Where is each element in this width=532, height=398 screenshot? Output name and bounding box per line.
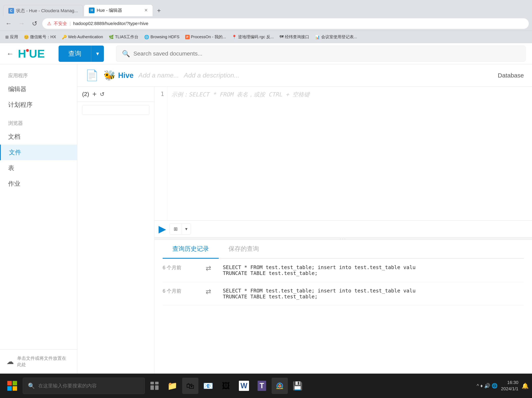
editor-name-placeholder[interactable]: Add a name... [139,72,179,79]
tab-editor-title: Hue - 编辑器 [96,7,142,13]
doc-search-input[interactable] [82,105,149,115]
tab-editor[interactable]: H Hue - 编辑器 ✕ [84,5,153,16]
tab-editor-close[interactable]: ✕ [144,8,148,13]
history-row: 6 个月前 ⇄ SELECT * FROM test.test_table; i… [163,259,524,282]
doc-refresh-button[interactable]: ↺ [100,91,104,98]
sidebar-item-jobs[interactable]: 作业 [0,176,77,192]
file-button[interactable]: 📄 [85,69,99,82]
taskbar-icon-word[interactable]: W [236,378,252,394]
bookmark-hdfs[interactable]: 🌐 Browsing HDFS [142,34,181,40]
hive-label: Hive [118,71,133,80]
sidebar-section-apps: 应用程序 [0,71,77,81]
sidebar-item-scheduler[interactable]: 计划程序 [0,97,77,113]
query-main-button[interactable]: 查询 [58,45,91,62]
tab-query-history[interactable]: 查询历史记录 [163,240,219,259]
hue-logo-dot [26,49,29,52]
bookmark-tlias-label: TLIAS工作台 [115,34,139,40]
bookmark-rgc[interactable]: 📍 逆地理编码 rgc 反... [230,33,276,40]
bookmark-wechat-icon: 😊 [24,35,29,39]
tab-saved-queries[interactable]: 保存的查询 [219,240,269,259]
sidebar-item-tables[interactable]: 表 [0,160,77,176]
bookmark-processon[interactable]: P ProcessOn - 我的... [183,33,228,40]
run-button[interactable]: ▶ [158,224,166,234]
bookmark-meeting[interactable]: 📊 会议室使用登记表... [313,33,359,40]
sidebar-item-docs[interactable]: 文档 [0,129,77,145]
bookmark-hdfs-icon: 🌐 [144,35,149,39]
hue-logo-h: H [18,48,26,59]
history-time-2: 6 个月前 [163,288,199,294]
sidebar-section-browser: 浏览器 [0,118,77,129]
bookmark-map[interactable]: 🗺 经纬查询接口 [278,33,311,40]
app-back-button[interactable]: ← [6,49,14,58]
nav-reload-button[interactable]: ↺ [29,18,40,29]
hive-badge: 🐝 Hive [103,70,133,81]
bookmark-processon-icon: P [185,35,190,39]
history-row-2: 6 个月前 ⇄ SELECT * FROM test.test_table; i… [163,282,524,305]
taskbar-search-icon: 🔍 [28,383,35,389]
taskbar-icon-drive[interactable]: 💾 [290,378,306,394]
taskbar-search-input[interactable] [38,383,140,389]
taskbar-icon-chrome[interactable] [272,378,288,394]
history-sync-icon-2: ⇄ [206,288,216,295]
bookmark-meeting-icon: 📊 [315,35,320,39]
editor-desc-placeholder[interactable]: Add a description... [184,72,240,79]
bookmark-apps-icon: ⊞ [5,35,9,39]
taskbar-icon-photos[interactable]: 🖼 [218,378,234,394]
new-tab-button[interactable]: + [154,5,164,16]
tab-status-favicon: C [8,8,14,14]
svg-rect-4 [150,382,154,384]
nav-forward-button[interactable]: → [16,18,27,29]
cloud-icon: ☁ [6,357,14,366]
format-arrow-button[interactable]: ▾ [182,224,191,234]
taskbar-search[interactable]: 🔍 [23,378,145,394]
taskbar-icon-mail[interactable]: 📧 [200,378,216,394]
address-separator: | [70,21,71,26]
task-view-button[interactable] [146,378,163,394]
bookmark-map-icon: 🗺 [279,35,284,39]
tab-status[interactable]: C 状态 - Hue - Cloudera Manag... [3,5,83,16]
history-sync-icon-1: ⇄ [206,264,216,272]
address-input[interactable] [73,21,524,26]
bookmark-wechat[interactable]: 😊 微信账号：HX [22,33,58,40]
sidebar-item-files[interactable]: 文件 [0,145,77,160]
svg-rect-6 [150,385,154,390]
format-button[interactable]: ⊞ [170,224,182,234]
svg-rect-7 [155,385,158,390]
sidebar-item-editor[interactable]: 编辑器 [0,81,77,97]
taskbar-icon-store[interactable]: 🛍 [182,378,198,394]
taskbar-icon-explorer[interactable]: 📁 [164,378,181,394]
bookmark-hdfs-label: Browsing HDFS [150,35,179,39]
history-sql-1: SELECT * FROM test.test_table; insert in… [223,264,524,276]
search-input[interactable] [133,51,519,57]
system-tray-icons: ^ ♦ 🔊 🌐 [477,383,498,389]
bookmark-processon-label: ProcessOn - 我的... [191,34,226,40]
nav-back-button[interactable]: ← [3,18,14,29]
security-icon: ⚠ [47,21,51,26]
bookmark-tlias[interactable]: 🌿 TLIAS工作台 [107,33,141,40]
doc-list-panel: (2) + ↺ [77,87,154,374]
bookmark-apps[interactable]: ⊞ 应用 [3,33,20,40]
doc-count: (2) [82,91,89,97]
doc-add-button[interactable]: + [92,90,96,98]
bookmark-meeting-label: 会议室使用登记表... [321,34,357,40]
bookmark-webauth[interactable]: 🔑 Web Authentication [60,34,105,40]
bookmark-webauth-icon: 🔑 [62,35,67,39]
bookmark-tlias-icon: 🌿 [109,35,114,39]
cloud-drop-text: 单击文件或将文件放置在此处 [17,355,70,368]
notification-button[interactable]: 🔔 [522,383,529,389]
sql-editor: 1 示例：SELECT * FROM 表名，或按 CTRL + 空格键 ▶ ⊞ … [154,87,532,374]
bookmark-map-label: 经纬查询接口 [285,34,309,40]
hive-icon: 🐝 [103,70,116,81]
bookmark-wechat-label: 微信账号：HX [30,34,56,40]
taskbar-icon-t[interactable]: T [254,378,270,394]
sql-placeholder: 示例：SELECT * FROM 表名，或按 CTRL + 空格键 [171,91,310,98]
resize-handle[interactable]: ··· [154,237,532,240]
history-time-1: 6 个月前 [163,264,199,271]
tab-status-title: 状态 - Hue - Cloudera Manag... [16,8,78,14]
search-icon: 🔍 [122,50,130,58]
query-arrow-button[interactable]: ▾ [91,45,104,62]
svg-rect-2 [7,386,12,391]
bookmark-apps-label: 应用 [10,34,18,40]
start-button[interactable] [3,377,21,395]
tab-editor-favicon: H [89,7,95,13]
